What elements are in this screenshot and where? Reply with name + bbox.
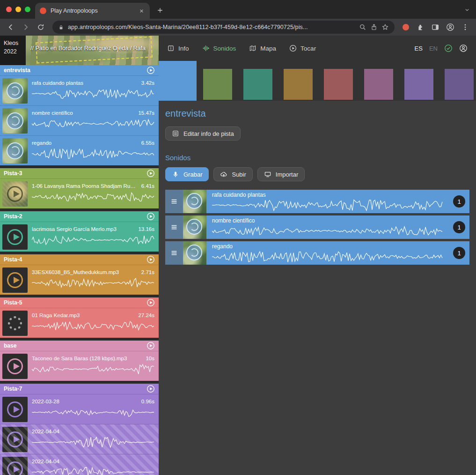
drag-handle-icon[interactable] bbox=[165, 241, 183, 265]
play-track-icon[interactable] bbox=[146, 385, 155, 393]
track-header[interactable]: entrevista bbox=[0, 65, 159, 75]
share-icon[interactable] bbox=[370, 23, 378, 31]
sound-thumbnail[interactable] bbox=[2, 311, 28, 336]
track-swatch[interactable] bbox=[203, 69, 232, 100]
sound-name: rafa cuidando plantas bbox=[212, 192, 443, 198]
import-label: Importar bbox=[276, 171, 298, 178]
sound-name: rafa cuidando plantas bbox=[32, 80, 83, 86]
bookmark-star-icon[interactable] bbox=[381, 23, 389, 31]
track-swatch[interactable] bbox=[364, 69, 393, 100]
sound-row[interactable]: nombre científico 1 bbox=[165, 215, 469, 239]
track-header[interactable]: Pista-2 bbox=[0, 211, 159, 222]
sound-row[interactable]: rafa cuidando plantas 1 bbox=[165, 190, 469, 213]
sound-thumbnail[interactable] bbox=[183, 215, 206, 239]
new-tab-button[interactable] bbox=[154, 4, 167, 17]
track-swatch-selected[interactable] bbox=[159, 61, 197, 101]
play-icon[interactable] bbox=[7, 229, 23, 245]
play-icon[interactable] bbox=[7, 401, 23, 417]
sound-item[interactable]: 1-06 Lavanya Rama Poorna Shadjam Rupak..… bbox=[0, 178, 159, 208]
play-track-icon[interactable] bbox=[146, 341, 155, 350]
close-tab-icon[interactable] bbox=[138, 7, 145, 15]
fullscreen-window-button[interactable] bbox=[25, 7, 30, 12]
play-track-icon[interactable] bbox=[146, 169, 155, 178]
play-track-icon[interactable] bbox=[146, 212, 155, 221]
play-track-icon[interactable] bbox=[146, 298, 155, 307]
track-header[interactable]: Pista-5 bbox=[0, 297, 159, 308]
sound-item[interactable]: 01 Raga Kedar.mp327.24s bbox=[0, 308, 159, 338]
profile-avatar-icon[interactable] bbox=[443, 21, 457, 34]
sound-thumbnail[interactable] bbox=[183, 241, 206, 265]
sound-thumbnail[interactable] bbox=[2, 457, 28, 475]
count-badge: 1 bbox=[453, 247, 465, 259]
track-header[interactable]: Pista-3 bbox=[0, 168, 159, 178]
track-swatch[interactable] bbox=[404, 69, 433, 100]
track-header[interactable]: Pista-7 bbox=[0, 384, 159, 394]
track-section-entrevista: entrevista rafa cuidando plantas3.42s no… bbox=[0, 65, 159, 165]
lang-en-toggle[interactable]: EN bbox=[429, 45, 438, 52]
sound-thumbnail[interactable] bbox=[2, 181, 28, 207]
tab-sonidos[interactable]: Sonidos bbox=[202, 45, 236, 52]
play-track-icon[interactable] bbox=[146, 255, 155, 264]
track-name: Pista-2 bbox=[4, 213, 22, 220]
sound-item[interactable]: 2022-04-04 bbox=[0, 424, 159, 454]
sound-item[interactable]: regando6.55s bbox=[0, 135, 159, 165]
sound-thumbnail[interactable] bbox=[183, 190, 206, 213]
forward-button[interactable] bbox=[19, 21, 33, 34]
upload-button[interactable]: Subir bbox=[213, 167, 252, 181]
sound-item[interactable]: lacrimosa Sergio García Merlo.mp313.16s bbox=[0, 222, 159, 252]
tab-tocar[interactable]: Tocar bbox=[289, 45, 316, 52]
track-swatch[interactable] bbox=[243, 69, 272, 100]
sound-thumbnail[interactable] bbox=[2, 108, 28, 134]
sound-thumbnail[interactable] bbox=[2, 427, 28, 452]
tab-mapa[interactable]: Mapa bbox=[249, 45, 276, 52]
sound-item[interactable]: rafa cuidando plantas3.42s bbox=[0, 75, 159, 105]
project-header[interactable]: Kleos 2022 // Patio en Bordador Rodrígue… bbox=[0, 36, 159, 65]
drag-handle-icon[interactable] bbox=[165, 190, 183, 213]
browser-menu-kebab-icon[interactable] bbox=[458, 21, 472, 34]
play-icon[interactable] bbox=[7, 272, 23, 288]
track-swatch[interactable] bbox=[445, 69, 474, 100]
sound-item[interactable]: 2022-04-04 bbox=[0, 454, 159, 475]
sound-thumbnail[interactable] bbox=[2, 138, 28, 163]
sound-duration: 15.47s bbox=[138, 110, 154, 116]
edit-track-info-button[interactable]: Editar info de pista bbox=[165, 126, 241, 141]
play-icon[interactable] bbox=[7, 461, 23, 475]
import-button[interactable]: Importar bbox=[257, 167, 305, 181]
track-swatch[interactable] bbox=[324, 69, 353, 100]
sound-row[interactable]: regando 1 bbox=[165, 241, 469, 265]
browser-tab[interactable]: Play Antropoloops bbox=[35, 3, 150, 19]
play-track-icon[interactable] bbox=[146, 66, 155, 74]
minimize-window-button[interactable] bbox=[15, 7, 21, 12]
sound-thumbnail[interactable] bbox=[2, 224, 28, 250]
lang-es-toggle[interactable]: ES bbox=[415, 45, 423, 52]
sound-item[interactable]: Taconeo de Sara Baras (128 kbps).mp310s bbox=[0, 351, 159, 381]
tab-info[interactable]: Info bbox=[167, 45, 189, 52]
tab-search-chevron-icon[interactable] bbox=[464, 7, 470, 13]
back-button[interactable] bbox=[4, 21, 18, 34]
sound-thumbnail[interactable] bbox=[2, 78, 28, 104]
sound-item[interactable]: 2022-03-280.96s bbox=[0, 394, 159, 424]
side-panel-icon[interactable] bbox=[428, 21, 442, 34]
track-header[interactable]: base bbox=[0, 341, 159, 351]
app-root: Kleos 2022 // Patio en Bordador Rodrígue… bbox=[0, 36, 476, 475]
sound-thumbnail[interactable] bbox=[2, 354, 28, 379]
play-icon[interactable] bbox=[7, 186, 23, 202]
record-button[interactable]: Grabar bbox=[165, 167, 209, 181]
zoom-icon[interactable] bbox=[359, 23, 366, 31]
sound-thumbnail[interactable] bbox=[2, 267, 28, 293]
track-swatch[interactable] bbox=[284, 69, 313, 100]
drag-handle-icon[interactable] bbox=[165, 215, 183, 239]
record-dot-icon[interactable] bbox=[403, 24, 409, 30]
address-bar[interactable]: app.antropoloops.com/Kleos-Santa-Marina/… bbox=[52, 21, 395, 34]
reload-button[interactable] bbox=[34, 21, 48, 34]
sound-item[interactable]: nombre científico15.47s bbox=[0, 105, 159, 135]
play-icon[interactable] bbox=[7, 431, 23, 447]
sound-item[interactable]: 33ESX6038_B5_Muthedukkum.mp32.71s bbox=[0, 265, 159, 295]
play-icon[interactable] bbox=[7, 358, 23, 374]
close-window-button[interactable] bbox=[6, 7, 12, 12]
track-header[interactable]: Pista-4 bbox=[0, 254, 159, 265]
sound-name: 33ESX6038_B5_Muthedukkum.mp3 bbox=[32, 269, 119, 275]
account-icon[interactable] bbox=[459, 44, 468, 52]
sound-thumbnail[interactable] bbox=[2, 397, 28, 422]
extensions-puzzle-icon[interactable] bbox=[413, 21, 427, 34]
